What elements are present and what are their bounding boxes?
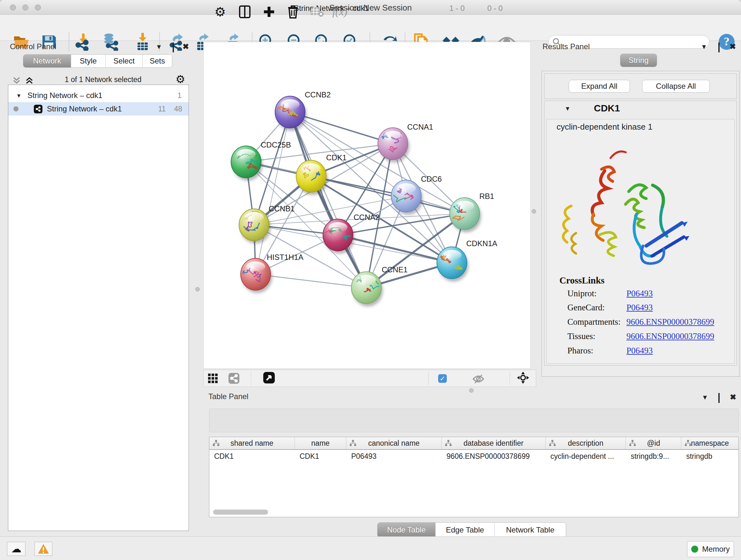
crosslink-link-genecard[interactable]: P06493 bbox=[626, 303, 653, 313]
svg-text:?: ? bbox=[724, 35, 730, 48]
center-view-crosshair-icon[interactable] bbox=[517, 372, 529, 384]
delete-table-icon[interactable] bbox=[309, 4, 325, 20]
main-toolbar: ? bbox=[0, 15, 741, 41]
cloud-status-button[interactable]: ☁ bbox=[7, 542, 25, 556]
svg-text:CCNA1: CCNA1 bbox=[407, 123, 433, 131]
current-network-name: String Network – cdk1 bbox=[294, 4, 369, 13]
hierarchy-icon bbox=[349, 440, 356, 446]
table-row[interactable]: CDK1 CDK1 P06493 9606.ENSP00000378699 cy… bbox=[209, 450, 738, 462]
svg-text:RB1: RB1 bbox=[479, 192, 494, 200]
bottom-divider-handle[interactable] bbox=[469, 388, 474, 393]
column-header-description[interactable]: description bbox=[546, 437, 626, 449]
network-selection-status: 1 of 1 Network selected bbox=[42, 75, 165, 84]
collection-label: String Network – cdk1 bbox=[27, 91, 103, 100]
import-table-from-file-icon[interactable] bbox=[133, 32, 152, 51]
expand-all-button[interactable]: Expand All bbox=[569, 80, 630, 92]
tab-edge-table[interactable]: Edge Table bbox=[435, 523, 495, 537]
edge-count: 48 bbox=[174, 105, 182, 113]
expand-all-networks-icon[interactable] bbox=[25, 77, 34, 84]
cell-canonical-name: P06493 bbox=[346, 450, 442, 462]
network-view-canvas[interactable]: CCNB2CCNA1CDC25BCDK1CDC6RB1CCNB1CCNA2CDK… bbox=[203, 42, 531, 369]
left-divider-handle[interactable] bbox=[195, 287, 200, 292]
table-options-gear-icon[interactable]: ⚙ bbox=[212, 4, 228, 20]
cell-description: cyclin-dependent ... bbox=[546, 450, 626, 462]
results-panel-float-icon[interactable] bbox=[718, 44, 720, 51]
column-header-name[interactable]: name bbox=[295, 437, 347, 449]
collection-count: 1 bbox=[178, 91, 182, 100]
crosslink-label: Tissues: bbox=[567, 331, 596, 341]
collection-caret-icon[interactable]: ▾ bbox=[17, 91, 20, 99]
svg-text:CDK1: CDK1 bbox=[326, 153, 347, 162]
column-header-id[interactable]: @id bbox=[626, 437, 681, 449]
svg-text:CCNA2: CCNA2 bbox=[354, 213, 380, 222]
table-toolbar bbox=[209, 409, 739, 432]
table-horizontal-scrollbar[interactable] bbox=[213, 509, 268, 515]
crosslink-link-pharos[interactable]: P06493 bbox=[626, 346, 653, 356]
svg-text:CDC25B: CDC25B bbox=[261, 140, 291, 149]
network-type-icon bbox=[34, 105, 43, 113]
right-divider-handle[interactable] bbox=[532, 209, 536, 213]
table-panel-menu-caret[interactable]: ▾ bbox=[703, 393, 707, 401]
selected-counter: 1 - 0 bbox=[449, 4, 465, 13]
tab-string[interactable]: String bbox=[620, 54, 657, 67]
table-panel-float-icon[interactable] bbox=[718, 394, 720, 402]
control-panel-tabs: Network Style Select Sets bbox=[23, 54, 172, 68]
control-panel-close-icon[interactable]: ✖ bbox=[183, 43, 189, 51]
network-collection-row[interactable]: ▾ String Network – cdk1 1 bbox=[8, 89, 189, 102]
memory-button[interactable]: Memory bbox=[687, 541, 734, 557]
crosslink-link-tissues[interactable]: 9606.ENSP00000378699 bbox=[626, 331, 714, 341]
network-row-selected[interactable]: String Network – cdk1 11 48 bbox=[8, 102, 189, 116]
results-panel-close-icon[interactable]: ✖ bbox=[730, 43, 736, 51]
crosslink-link-uniprot[interactable]: P06493 bbox=[626, 289, 653, 299]
nav-separator bbox=[428, 372, 428, 385]
gene-symbol: CDK1 bbox=[594, 103, 620, 114]
column-header-namespace[interactable]: namespace bbox=[681, 437, 738, 449]
delete-column-trash-icon[interactable] bbox=[285, 4, 301, 20]
column-header-canonical-name[interactable]: canonical name bbox=[346, 437, 442, 449]
warning-icon bbox=[38, 544, 49, 554]
status-bar bbox=[0, 537, 741, 560]
control-panel-menu-caret[interactable]: ▾ bbox=[157, 43, 161, 51]
birdseye-view-icon[interactable] bbox=[263, 372, 275, 384]
tab-network[interactable]: Network bbox=[23, 55, 71, 67]
tab-select[interactable]: Select bbox=[106, 55, 143, 67]
show-columns-icon[interactable] bbox=[237, 4, 253, 20]
gene-description: cyclin-dependent kinase 1 bbox=[556, 122, 653, 132]
control-panel-title: Control Panel bbox=[10, 42, 56, 51]
node-table: shared name name canonical name database… bbox=[209, 437, 739, 517]
results-panel-menu-caret[interactable]: ▾ bbox=[702, 43, 706, 51]
tab-style[interactable]: Style bbox=[71, 55, 106, 67]
hierarchy-icon bbox=[684, 440, 691, 446]
collapse-all-networks-icon[interactable] bbox=[12, 77, 21, 84]
gene-section-caret-icon[interactable]: ▾ bbox=[566, 105, 569, 113]
tab-node-table[interactable]: Node Table bbox=[378, 523, 435, 537]
memory-status-dot-icon bbox=[691, 546, 698, 553]
add-column-icon[interactable] bbox=[261, 4, 277, 20]
function-builder-icon[interactable]: f(x) bbox=[332, 4, 348, 20]
crosslink-label: GeneCard: bbox=[567, 303, 605, 313]
cell-id: stringdb:9... bbox=[626, 450, 681, 462]
table-panel-close-icon[interactable]: ✖ bbox=[730, 393, 736, 401]
view-status-dot-icon bbox=[13, 106, 18, 111]
import-network-from-database-icon[interactable] bbox=[102, 32, 120, 51]
warnings-button[interactable] bbox=[35, 542, 52, 556]
hidden-elements-eye-slash-icon[interactable] bbox=[472, 373, 484, 385]
tab-sets[interactable]: Sets bbox=[143, 55, 172, 67]
tab-network-table[interactable]: Network Table bbox=[495, 523, 566, 537]
control-panel-float-icon[interactable] bbox=[173, 44, 174, 51]
selected-nodes-checkbox-icon[interactable]: ✓ bbox=[438, 374, 447, 383]
network-view-toolbar bbox=[203, 370, 536, 387]
crosslinks-heading: CrossLinks bbox=[559, 275, 604, 286]
column-header-shared-name[interactable]: shared name bbox=[209, 437, 295, 449]
column-header-database-identifier[interactable]: database identifier bbox=[442, 437, 546, 449]
crosslink-link-compartments[interactable]: 9606.ENSP00000378699 bbox=[626, 317, 714, 327]
hierarchy-icon bbox=[445, 440, 452, 446]
cell-namespace: stringdb bbox=[681, 450, 738, 462]
import-network-from-file-icon[interactable] bbox=[74, 32, 92, 51]
collapse-all-button[interactable]: Collapse All bbox=[642, 80, 710, 92]
hidden-counter: 0 - 0 bbox=[487, 4, 502, 13]
network-share-view-icon[interactable] bbox=[228, 372, 240, 384]
network-options-gear-icon[interactable]: ⚙ bbox=[176, 73, 185, 85]
grid-view-icon[interactable] bbox=[207, 372, 219, 384]
nav-separator bbox=[251, 372, 251, 385]
